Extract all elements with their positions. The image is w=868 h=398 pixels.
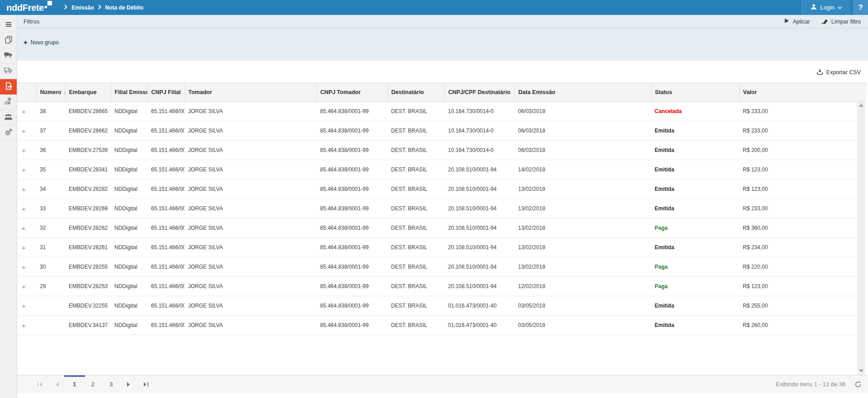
- expand-row-button[interactable]: +: [17, 257, 36, 277]
- debit-notes-table: Número↓ Embarque Filial Emissora CNPJ Fi…: [17, 83, 858, 335]
- cell-tomador: JORGE SILVA: [184, 277, 316, 296]
- expand-row-button[interactable]: +: [17, 218, 36, 238]
- header-cnpj-filial[interactable]: CNPJ Filial: [147, 83, 184, 102]
- expand-row-button[interactable]: +: [17, 180, 36, 199]
- cell-embarque: EMBDEV.28253: [65, 277, 111, 296]
- prev-page-button[interactable]: [55, 382, 59, 387]
- export-csv-button[interactable]: Exportar CSV: [816, 68, 861, 76]
- cell-cnpj-cpf-destinatario: 01.016.473/0001-40: [444, 296, 514, 316]
- header-destinatario[interactable]: Destinatário: [387, 83, 444, 102]
- cell-tomador: JORGE SILVA: [184, 257, 316, 277]
- cell-valor: R$ 123,00: [739, 180, 857, 199]
- cell-numero: 36: [36, 141, 65, 160]
- page-1-button[interactable]: 1: [71, 381, 78, 388]
- first-page-button[interactable]: [37, 382, 43, 387]
- cell-valor: R$ 123,00: [739, 277, 857, 296]
- pager-info: Exibindo itens 1 - 12 de 36: [776, 381, 862, 388]
- new-group-button[interactable]: + Novo grupo: [24, 39, 59, 46]
- help-button[interactable]: ?: [853, 0, 868, 15]
- header-filial-emissora[interactable]: Filial Emissora: [111, 83, 147, 102]
- cell-numero: 37: [36, 121, 65, 141]
- cell-destinatario: DEST. BRASIL: [387, 257, 444, 277]
- scroll-down-icon[interactable]: [859, 370, 863, 372]
- expand-row-button[interactable]: +: [17, 121, 36, 141]
- cell-numero: 35: [36, 160, 65, 180]
- cell-valor: R$ 123,00: [739, 160, 857, 180]
- cell-filial-emissora: NDDigital: [111, 218, 147, 238]
- page-2-button[interactable]: 2: [90, 381, 96, 388]
- header-data-emissao[interactable]: Data Emissão: [514, 83, 651, 102]
- documents-icon: [5, 36, 13, 46]
- expand-row-button[interactable]: +: [17, 160, 36, 180]
- cell-tomador: JORGE SILVA: [184, 121, 316, 141]
- expand-row-button[interactable]: +: [17, 277, 36, 296]
- user-icon: [811, 4, 817, 11]
- cell-cnpj-filial: 65.151.466/000...: [147, 102, 184, 121]
- cell-status: Emitida: [651, 316, 739, 335]
- cell-destinatario: DEST. BRASIL: [387, 199, 444, 218]
- cell-destinatario: DEST. BRASIL: [387, 277, 444, 296]
- header-embarque[interactable]: Embarque: [65, 83, 111, 102]
- login-menu[interactable]: Login: [802, 0, 850, 15]
- main-content: Filtros Aplicar Limpar filtro + Novo gru…: [17, 15, 868, 398]
- cell-numero: [36, 296, 65, 316]
- table-row: +31EMBDEV.28261NDDigital65.151.466/000..…: [17, 238, 857, 257]
- expand-row-button[interactable]: +: [17, 141, 36, 160]
- cell-status: Emitida: [651, 121, 739, 141]
- sidebar-item-truck[interactable]: [0, 48, 17, 64]
- topbar-right: Login ?: [802, 0, 868, 15]
- cell-tomador: JORGE SILVA: [184, 316, 316, 335]
- sidebar-item-usuarios[interactable]: [0, 110, 17, 125]
- table-scrollbar[interactable]: [857, 101, 865, 375]
- sidebar-item-menu[interactable]: [0, 18, 17, 33]
- cell-embarque: EMBDEV.28665: [65, 102, 111, 121]
- cell-data-emissao: 13/02/2018: [514, 218, 651, 238]
- sidebar-item-emissao[interactable]: [0, 79, 17, 95]
- scroll-up-icon[interactable]: [859, 104, 863, 107]
- expand-row-button[interactable]: +: [17, 238, 36, 257]
- cell-cnpj-cpf-destinatario: 20.108.510/0001-94: [444, 160, 514, 180]
- header-valor[interactable]: Valor: [739, 83, 857, 102]
- sidebar-item-pagamentos[interactable]: [0, 95, 17, 110]
- expand-row-button[interactable]: +: [17, 316, 36, 335]
- cell-numero: 29: [36, 277, 65, 296]
- cell-valor: R$ 233,00: [739, 102, 857, 121]
- cell-cnpj-filial: 65.151.466/000...: [147, 277, 184, 296]
- sidebar-item-documents[interactable]: [0, 33, 17, 48]
- cell-embarque: EMBDEV.32255: [65, 296, 111, 316]
- last-page-button[interactable]: [143, 382, 149, 387]
- cell-cnpj-cpf-destinatario: 10.164.730/0014-0: [444, 141, 514, 160]
- money-hand-icon: [4, 97, 13, 107]
- apply-filter-button[interactable]: Aplicar: [784, 18, 810, 25]
- cell-destinatario: DEST. BRASIL: [387, 238, 444, 257]
- sidebar-item-configuracoes[interactable]: [0, 125, 17, 141]
- expand-row-button[interactable]: +: [17, 296, 36, 316]
- cell-status: Emitida: [651, 141, 739, 160]
- header-tomador[interactable]: Tomador: [184, 83, 316, 102]
- clear-filter-button[interactable]: Limpar filtro: [821, 18, 861, 25]
- cell-filial-emissora: NDDigital: [111, 141, 147, 160]
- next-page-button[interactable]: [127, 382, 131, 387]
- cell-tomador: JORGE SILVA: [184, 238, 316, 257]
- page-3-button[interactable]: 3: [108, 381, 114, 388]
- cell-cnpj-tomador: 85.464.838/0001-99: [316, 296, 387, 316]
- chevron-right-icon: [64, 5, 67, 11]
- items-summary: Exibindo itens 1 - 12 de 36: [776, 381, 845, 388]
- cell-filial-emissora: NDDigital: [111, 316, 147, 335]
- sidebar: [0, 15, 17, 398]
- cell-filial-emissora: NDDigital: [111, 160, 147, 180]
- header-cnpj-tomador[interactable]: CNPJ Tomador: [316, 83, 387, 102]
- header-cnpj-cpf-destinatario[interactable]: CNPJ/CPF Destinatário: [444, 83, 514, 102]
- app-logo[interactable]: nddFrete: [6, 2, 52, 13]
- refresh-button[interactable]: [854, 381, 862, 388]
- breadcrumb-nota-de-debito[interactable]: Nota de Débito: [105, 5, 144, 11]
- expand-row-button[interactable]: +: [17, 199, 36, 218]
- table-row: +38EMBDEV.28665NDDigital65.151.466/000..…: [17, 102, 857, 121]
- header-numero[interactable]: Número↓: [36, 83, 65, 102]
- sidebar-item-delivery[interactable]: [0, 64, 17, 79]
- breadcrumb-emissao[interactable]: Emissão: [71, 5, 94, 11]
- users-icon: [4, 113, 13, 122]
- expand-row-button[interactable]: +: [17, 102, 36, 121]
- header-status[interactable]: Status: [651, 83, 739, 102]
- app-window: nddFrete Emissão Nota de Débito Login ?: [0, 0, 868, 398]
